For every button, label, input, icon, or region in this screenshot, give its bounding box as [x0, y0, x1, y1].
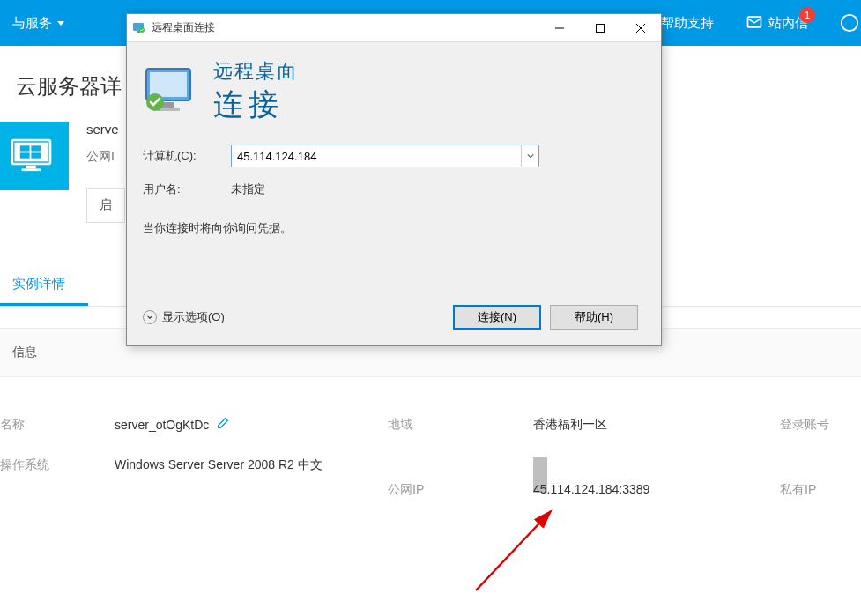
window-controls [539, 14, 661, 41]
os-label: 操作系统 [0, 457, 115, 473]
dialog-footer: 显示选项(O) 连接(N) 帮助(H) [143, 305, 638, 330]
user-value: 未指定 [231, 182, 265, 197]
dialog-title-block: 远程桌面 连接 [213, 58, 298, 125]
chevron-down-icon [143, 310, 157, 324]
dialog-titlebar[interactable]: 远程桌面连接 [127, 14, 661, 42]
svg-rect-17 [135, 33, 142, 33]
svg-rect-10 [20, 152, 30, 158]
private-ip-label: 私有IP [780, 457, 816, 498]
computer-label: 计算机(C): [143, 148, 231, 164]
edit-icon[interactable] [216, 416, 230, 433]
public-ip-label: 公网IP [388, 457, 533, 498]
svg-rect-5 [15, 143, 48, 162]
computer-input[interactable] [232, 150, 521, 163]
show-options-label: 显示选项(O) [162, 309, 225, 325]
dialog-header: 远程桌面 连接 [143, 58, 638, 125]
user-row: 用户名: 未指定 [143, 182, 638, 197]
nav-currency[interactable] [824, 0, 861, 46]
os-value: Windows Server Server 2008 R2 中文 [115, 457, 388, 473]
region-value: 香港福利一区 [533, 417, 780, 433]
computer-combo[interactable] [231, 145, 539, 167]
maximize-button[interactable] [580, 14, 620, 41]
mail-badge: 1 [799, 7, 815, 23]
svg-rect-7 [22, 168, 41, 171]
svg-rect-20 [597, 24, 605, 32]
public-ip-text: 45.114.124.184:3389 [533, 457, 649, 496]
tab-instance-detail[interactable]: 实例详情 [0, 265, 88, 306]
nav-products-menu[interactable]: 与服务 [0, 0, 77, 46]
dialog-header-line1: 远程桌面 [213, 58, 298, 85]
region-label: 地域 [388, 417, 533, 433]
svg-rect-6 [26, 166, 36, 169]
monitor-icon [143, 63, 199, 120]
close-button[interactable] [620, 14, 661, 41]
mail-icon [746, 13, 763, 33]
name-value: server_otOgKtDc [115, 416, 388, 433]
dialog-header-line2: 连接 [213, 85, 298, 125]
computer-dropdown[interactable] [521, 145, 538, 167]
user-label: 用户名: [143, 182, 231, 197]
help-button[interactable]: 帮助(H) [550, 305, 638, 330]
nav-help-label: 帮助支持 [661, 15, 714, 32]
dialog-body: 远程桌面 连接 计算机(C): 用户名: 未指定 当你连接时将向你询问凭据。 [127, 42, 661, 345]
caret-down-icon [57, 21, 64, 26]
svg-rect-25 [162, 102, 174, 108]
svg-rect-9 [31, 145, 41, 151]
server-action-button[interactable]: 启 [86, 188, 125, 223]
name-value-text: server_otOgKtDc [115, 418, 209, 432]
credential-note: 当你连接时将向你询问凭据。 [143, 220, 638, 236]
server-name-preview: serve [86, 122, 125, 137]
remote-desktop-dialog: 远程桌面连接 [126, 13, 662, 346]
svg-point-3 [842, 15, 857, 31]
svg-rect-8 [20, 145, 30, 151]
server-meta: serve 公网I 启 [86, 122, 125, 223]
nav-products-label: 与服务 [12, 15, 52, 32]
minimize-button[interactable] [539, 14, 580, 41]
computer-row: 计算机(C): [143, 145, 638, 167]
info-row-os: 操作系统 Windows Server Server 2008 R2 中文 公网… [0, 445, 861, 510]
connect-button[interactable]: 连接(N) [453, 305, 541, 330]
show-options-toggle[interactable]: 显示选项(O) [143, 309, 225, 325]
info-grid: 名称 server_otOgKtDc 地域 香港福利一区 登录账号 操作系统 W… [0, 377, 861, 537]
dialog-title: 远程桌面连接 [152, 20, 539, 35]
svg-rect-24 [150, 72, 187, 97]
info-row-name: 名称 server_otOgKtDc 地域 香港福利一区 登录账号 [0, 404, 861, 445]
rdc-app-icon [132, 21, 146, 35]
nav-mail[interactable]: 站内信 1 [730, 0, 824, 46]
login-label: 登录账号 [780, 417, 829, 433]
svg-rect-11 [31, 152, 41, 158]
server-icon [0, 122, 69, 190]
server-public-ip-label: 公网I [86, 149, 125, 165]
name-label: 名称 [0, 417, 115, 433]
public-ip-value: 45.114.124.184:3389 [533, 457, 780, 495]
